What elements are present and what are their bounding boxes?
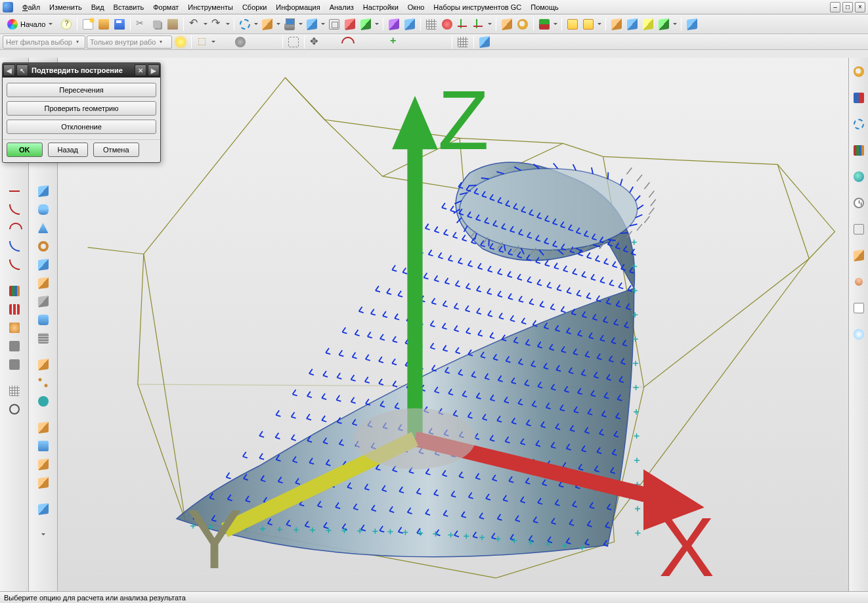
menu-info[interactable]: Информация (272, 2, 324, 12)
axis-rgb-button[interactable] (471, 17, 486, 32)
block-button[interactable] (35, 183, 52, 200)
sun-button[interactable] (173, 35, 188, 49)
rt-books-button[interactable] (850, 142, 867, 159)
spline-red-button[interactable] (6, 201, 23, 218)
deviation-button[interactable]: Отклонение (7, 120, 156, 134)
dialog-nav-next[interactable]: ▶ (148, 64, 160, 76)
menu-view[interactable]: Вид (87, 2, 108, 12)
snap1-button[interactable] (217, 35, 232, 49)
assembly3-button[interactable] (641, 17, 655, 32)
rt-cubes-button[interactable] (850, 247, 867, 264)
assembly-dropdown[interactable] (672, 17, 678, 32)
slab-button[interactable] (35, 474, 52, 491)
orange-box-button[interactable] (35, 419, 52, 436)
grid3d-button[interactable] (456, 35, 470, 49)
plus-tool-button[interactable] (387, 35, 401, 49)
point-tool-button[interactable] (371, 35, 385, 49)
box-blue3-button[interactable] (35, 501, 52, 518)
torus-button[interactable] (35, 238, 52, 255)
filter-combo[interactable]: Нет фильтра выбор (3, 35, 85, 49)
menu-tools[interactable]: Инструменты (184, 2, 237, 12)
curve-blue-button[interactable] (6, 238, 23, 255)
zoom-button[interactable] (6, 401, 23, 418)
flag-dropdown[interactable] (553, 17, 558, 32)
3d-viewport[interactable]: Z X Y (58, 58, 848, 591)
render-dropdown[interactable] (298, 17, 303, 32)
window-minimize-button[interactable]: – (830, 2, 840, 12)
cut-button[interactable] (134, 17, 148, 32)
dialog-close-button[interactable]: ✕ (135, 64, 146, 76)
cancel-button[interactable]: Отмена (93, 143, 139, 157)
menu-window[interactable]: Окно (404, 2, 429, 12)
cone-button[interactable] (35, 219, 52, 236)
bezier-button[interactable] (6, 256, 23, 273)
assembly4-button[interactable] (657, 17, 671, 32)
axis-dropdown[interactable] (487, 17, 492, 32)
line-tool-button[interactable] (324, 35, 338, 49)
arc-tool-button[interactable] (339, 35, 354, 49)
nodes-button[interactable] (35, 374, 52, 391)
display-mode-button[interactable] (260, 17, 274, 32)
books-button[interactable] (6, 282, 23, 300)
rt-target-button[interactable] (850, 116, 867, 133)
box-orange2-button[interactable] (35, 356, 52, 373)
view-fit-dropdown[interactable] (253, 17, 259, 32)
solid-button[interactable] (477, 35, 492, 49)
render-button[interactable] (282, 17, 297, 32)
menu-file[interactable]: ФФайлайл (18, 2, 44, 12)
help-button[interactable] (59, 17, 74, 32)
ok-button[interactable]: OK (7, 143, 43, 157)
move-button[interactable] (308, 35, 322, 49)
gc-button[interactable] (685, 17, 699, 32)
shaded-button[interactable] (305, 17, 319, 32)
menu-gc-toolsets[interactable]: Наборы инструментов GC (429, 2, 525, 12)
save-button[interactable] (112, 17, 127, 32)
grid-view-button[interactable] (6, 382, 23, 399)
rt-people-button[interactable] (850, 273, 867, 290)
shaded-dropdown[interactable] (320, 17, 326, 32)
view-fit-button[interactable] (238, 17, 252, 32)
rt-clock-button[interactable] (850, 194, 867, 212)
hidden-lines-button[interactable] (343, 17, 357, 32)
trim-tool-button[interactable] (418, 35, 433, 49)
explode-button[interactable] (387, 17, 401, 32)
back-button[interactable]: Назад (48, 143, 89, 157)
offset-tool-button[interactable] (402, 35, 417, 49)
line-red-button[interactable] (6, 183, 23, 200)
display-mode-dropdown[interactable] (276, 17, 281, 32)
boxes-button[interactable] (35, 456, 52, 473)
section-view-button[interactable] (358, 17, 373, 32)
unite-button[interactable] (402, 17, 417, 32)
atoms-button[interactable] (440, 17, 454, 32)
cube1-button[interactable] (500, 17, 514, 32)
menu-edit[interactable]: Изменить (45, 2, 86, 12)
layers-button[interactable] (424, 17, 439, 32)
box-sel-button[interactable] (286, 35, 301, 49)
start-dropdown-icon[interactable] (48, 17, 53, 32)
rt-eye-button[interactable] (850, 326, 867, 343)
section-dropdown[interactable] (374, 17, 380, 32)
curve-tool-button[interactable] (355, 35, 370, 49)
menu-format[interactable]: Формат (149, 2, 183, 12)
menu-help[interactable]: Помощь (527, 2, 563, 12)
start-button[interactable]: Начало (3, 17, 58, 32)
rt-screenshot-button[interactable] (850, 221, 867, 238)
box2-button[interactable] (35, 256, 52, 273)
struct-button[interactable] (6, 338, 23, 355)
stack-button[interactable] (35, 330, 52, 347)
open-file-button[interactable] (97, 17, 111, 32)
chart-red-button[interactable] (6, 301, 23, 318)
rt-flags-button[interactable] (850, 89, 867, 106)
snap3-button[interactable] (249, 35, 263, 49)
teal-plus-button[interactable] (35, 393, 52, 410)
cylinder-button[interactable] (35, 201, 52, 218)
assembly1-button[interactable] (609, 17, 624, 32)
redo-button[interactable] (209, 17, 224, 32)
paste-button[interactable] (165, 17, 180, 32)
menu-insert[interactable]: Вставить (110, 2, 148, 12)
measure-button[interactable] (565, 17, 580, 32)
struct2-button[interactable] (6, 356, 23, 373)
snap2-button[interactable] (233, 35, 248, 49)
sel-button[interactable] (195, 35, 209, 49)
rt-gear-button[interactable] (850, 63, 867, 80)
